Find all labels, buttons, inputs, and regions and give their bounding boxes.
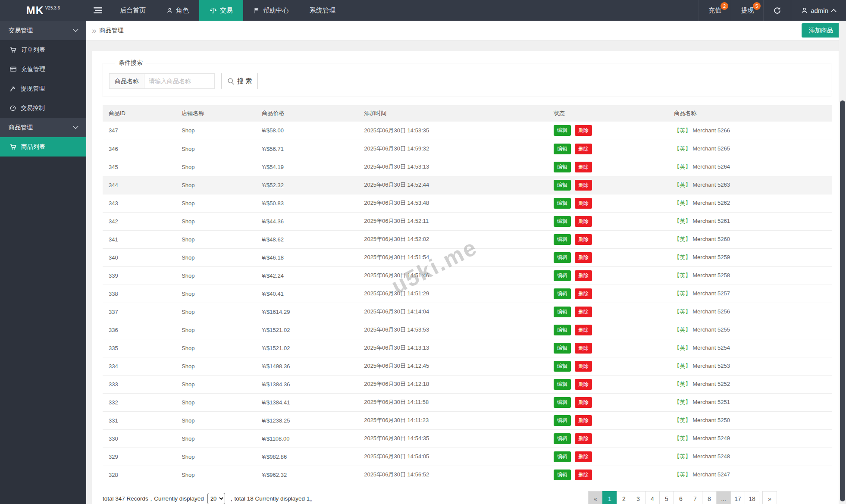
page-button[interactable]: 18 xyxy=(745,491,759,504)
search-button[interactable]: 搜 索 xyxy=(221,73,258,89)
cell-price: ¥/$40.41 xyxy=(256,285,358,303)
product-name: Merchant 5249 xyxy=(692,435,730,441)
edit-button[interactable]: 编辑 xyxy=(554,379,571,390)
table-row: 344Shop¥/$52.322025年06月30日 14:52:44编辑删除【… xyxy=(103,176,832,194)
nav-item[interactable]: 帮助中心 xyxy=(243,0,299,21)
delete-button[interactable]: 删除 xyxy=(575,216,592,227)
page-button[interactable]: 5 xyxy=(659,491,674,504)
person-icon xyxy=(166,7,173,14)
edit-button[interactable]: 编辑 xyxy=(554,470,571,480)
delete-button[interactable]: 删除 xyxy=(575,397,592,408)
page-button[interactable]: 7 xyxy=(688,491,702,504)
edit-button[interactable]: 编辑 xyxy=(554,343,571,354)
delete-button[interactable]: 删除 xyxy=(575,198,592,209)
recharge-nav-button[interactable]: 充值 2 xyxy=(699,0,731,21)
page-button[interactable]: 17 xyxy=(730,491,745,504)
delete-button[interactable]: 删除 xyxy=(575,270,592,281)
delete-button[interactable]: 删除 xyxy=(575,307,592,317)
nav-item[interactable]: 后台首页 xyxy=(110,0,156,21)
product-name: Merchant 5263 xyxy=(692,182,730,188)
nav-item[interactable]: 系统管理 xyxy=(299,0,346,21)
search-icon xyxy=(227,78,235,85)
nav-item[interactable]: 交易 xyxy=(199,0,243,21)
edit-button[interactable]: 编辑 xyxy=(554,144,571,154)
edit-button[interactable]: 编辑 xyxy=(554,415,571,426)
table-row: 334Shop¥/$1498.362025年06月30日 14:12:45编辑删… xyxy=(103,357,832,375)
page-button[interactable]: 1 xyxy=(602,491,617,504)
delete-button[interactable]: 删除 xyxy=(575,180,592,191)
logo-text: MK xyxy=(26,4,44,17)
edit-button[interactable]: 编辑 xyxy=(554,397,571,408)
page-button[interactable]: 8 xyxy=(702,491,717,504)
page-size-select[interactable]: 20 xyxy=(207,493,225,504)
sidebar-item[interactable]: 交易控制 xyxy=(0,98,86,118)
edit-button[interactable]: 编辑 xyxy=(554,162,571,172)
delete-button[interactable]: 删除 xyxy=(575,379,592,390)
cell-status: 编辑删除 xyxy=(548,448,668,466)
page-button[interactable]: 3 xyxy=(631,491,645,504)
sidebar-item[interactable]: 商品列表 xyxy=(0,137,86,157)
edit-button[interactable]: 编辑 xyxy=(554,125,571,136)
page-button[interactable]: 2 xyxy=(617,491,631,504)
delete-button[interactable]: 删除 xyxy=(575,234,592,245)
edit-button[interactable]: 编辑 xyxy=(554,180,571,191)
cell-status: 编辑删除 xyxy=(548,393,668,411)
user-menu[interactable]: admin xyxy=(791,0,846,21)
sidebar-group-header[interactable]: 商品管理 xyxy=(0,118,86,137)
cell-id: 331 xyxy=(103,411,175,429)
cell-name: 【英】Merchant 5253 xyxy=(668,357,832,375)
sidebar-item[interactable]: 充值管理 xyxy=(0,59,86,79)
delete-button[interactable]: 删除 xyxy=(575,288,592,299)
edit-button[interactable]: 编辑 xyxy=(554,361,571,372)
cell-time: 2025年06月30日 14:52:02 xyxy=(358,230,548,248)
delete-button[interactable]: 删除 xyxy=(575,361,592,372)
language-tag: 【英】 xyxy=(674,363,691,369)
page-button[interactable]: » xyxy=(762,491,777,504)
nav-item[interactable]: 角色 xyxy=(156,0,199,21)
sidebar-group-header[interactable]: 交易管理 xyxy=(0,21,86,40)
edit-button[interactable]: 编辑 xyxy=(554,234,571,245)
delete-button[interactable]: 删除 xyxy=(575,144,592,154)
add-product-button[interactable]: 添加商品 xyxy=(802,23,840,38)
delete-button[interactable]: 删除 xyxy=(575,415,592,426)
delete-button[interactable]: 删除 xyxy=(575,470,592,480)
delete-button[interactable]: 删除 xyxy=(575,252,592,263)
cell-shop: Shop xyxy=(175,429,256,448)
delete-button[interactable]: 删除 xyxy=(575,325,592,335)
cell-name: 【英】Merchant 5251 xyxy=(668,393,832,411)
table-row: 340Shop¥/$46.182025年06月30日 14:51:54编辑删除【… xyxy=(103,248,832,266)
edit-button[interactable]: 编辑 xyxy=(554,325,571,335)
table-row: 337Shop¥/$1614.292025年06月30日 14:14:04编辑删… xyxy=(103,303,832,321)
nav-item-label: 角色 xyxy=(176,6,189,15)
sidebar-item[interactable]: 订单列表 xyxy=(0,40,86,59)
sidebar-toggle-button[interactable] xyxy=(86,0,110,21)
page-button[interactable]: 6 xyxy=(674,491,688,504)
table-row: 338Shop¥/$40.412025年06月30日 14:51:29编辑删除【… xyxy=(103,285,832,303)
cell-name: 【英】Merchant 5249 xyxy=(668,429,832,448)
edit-button[interactable]: 编辑 xyxy=(554,198,571,209)
sidebar-item[interactable]: 提现管理 xyxy=(0,79,86,98)
edit-button[interactable]: 编辑 xyxy=(554,433,571,444)
delete-button[interactable]: 删除 xyxy=(575,451,592,462)
delete-button[interactable]: 删除 xyxy=(575,343,592,354)
cell-time: 2025年06月30日 14:53:53 xyxy=(358,321,548,339)
edit-button[interactable]: 编辑 xyxy=(554,307,571,317)
scrollbar-thumb[interactable] xyxy=(840,100,845,501)
withdraw-nav-button[interactable]: 提现 5 xyxy=(731,0,763,21)
page-button[interactable]: 4 xyxy=(645,491,660,504)
edit-button[interactable]: 编辑 xyxy=(554,216,571,227)
refresh-button[interactable] xyxy=(763,0,791,21)
product-name-input[interactable] xyxy=(144,73,215,89)
delete-button[interactable]: 删除 xyxy=(575,125,592,136)
edit-button[interactable]: 编辑 xyxy=(554,270,571,281)
delete-button[interactable]: 删除 xyxy=(575,162,592,172)
main-area: » 商品管理 添加商品 条件搜索 商品名称 搜 索 商品ID xyxy=(86,21,846,504)
edit-button[interactable]: 编辑 xyxy=(554,288,571,299)
edit-button[interactable]: 编辑 xyxy=(554,451,571,462)
product-name: Merchant 5261 xyxy=(692,218,730,224)
delete-button[interactable]: 删除 xyxy=(575,433,592,444)
card-icon xyxy=(9,66,17,73)
sidebar-item-label: 提现管理 xyxy=(21,85,45,93)
edit-button[interactable]: 编辑 xyxy=(554,252,571,263)
cell-price: ¥/$44.36 xyxy=(256,212,358,230)
